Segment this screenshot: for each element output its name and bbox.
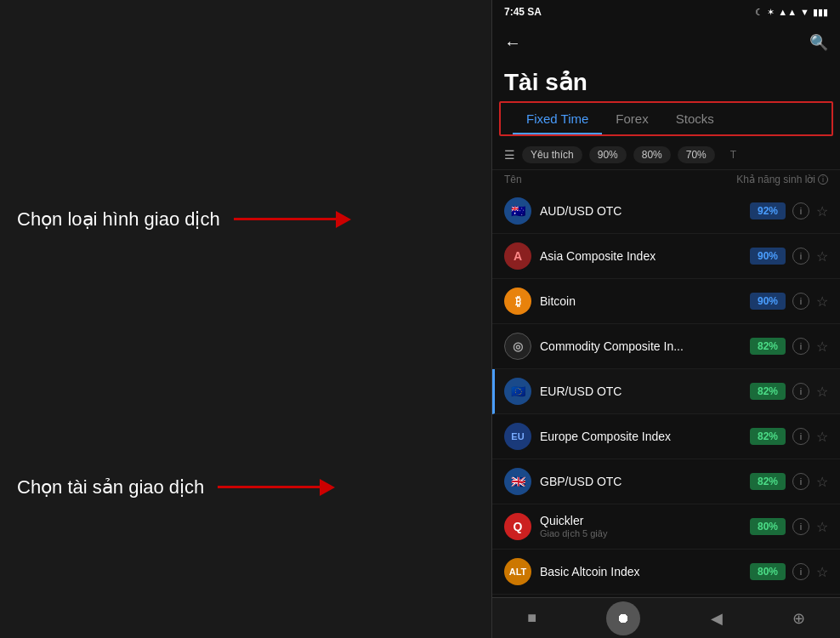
star-button-quickler[interactable]: ☆ <box>816 519 828 535</box>
asset-right-eur: 82% i ☆ <box>750 383 828 400</box>
info-button-quickler[interactable]: i <box>792 518 809 535</box>
signal-icon: ▲▲ <box>778 7 797 17</box>
column-headers: Tên Khả năng sinh lời i <box>492 170 840 189</box>
bottom-arrow-head <box>320 479 335 496</box>
asset-info-btc: Bitcoin <box>540 294 750 308</box>
filter-icon[interactable]: ☰ <box>504 148 515 162</box>
asset-icon-quickler: Q <box>504 513 531 540</box>
bottom-annotation: Chọn tài sản giao dịch <box>17 476 468 498</box>
asset-icon-altcoin: ALT <box>504 558 531 585</box>
asset-item-quickler[interactable]: Q Quickler Giao dịch 5 giây 80% i ☆ <box>492 504 840 550</box>
asset-icon-europe: EU <box>504 423 531 450</box>
profit-badge-eur: 82% <box>750 383 786 400</box>
info-button-asia[interactable]: i <box>792 248 809 265</box>
star-button-commodity[interactable]: ☆ <box>816 339 828 355</box>
star-button-europe[interactable]: ☆ <box>816 429 828 445</box>
asset-info-europe: Europe Composite Index <box>540 430 750 443</box>
asset-item-asia[interactable]: A Asia Composite Index 90% i ☆ <box>492 234 840 279</box>
nav-back-button[interactable]: ◀ <box>711 609 723 628</box>
tab-fixed-time[interactable]: Fixed Time <box>513 103 602 134</box>
asset-item-europe[interactable]: EU Europe Composite Index 82% i ☆ <box>492 414 840 459</box>
top-arrow-head <box>336 211 351 228</box>
asset-name-commodity: Commodity Composite In... <box>540 339 750 353</box>
asset-item-aud-usd[interactable]: 🇦🇺 AUD/USD OTC 92% i ☆ <box>492 189 840 234</box>
star-button-aud[interactable]: ☆ <box>816 203 828 219</box>
profit-badge-btc: 90% <box>750 293 786 310</box>
asset-icon-aud: 🇦🇺 <box>504 197 531 225</box>
top-annotation-text: Chọn loại hình giao dịch <box>17 208 220 231</box>
search-button[interactable]: 🔍 <box>809 33 828 52</box>
top-annotation: Chọn loại hình giao dịch <box>17 208 468 231</box>
asset-info-gbp: GBP/USD OTC <box>540 475 750 488</box>
asset-icon-commodity: ◎ <box>504 333 531 360</box>
filter-70[interactable]: 70% <box>678 146 715 163</box>
filter-favorites[interactable]: Yêu thích <box>522 146 582 163</box>
profit-badge-asia: 90% <box>750 248 786 265</box>
battery-icon: ▮▮▮ <box>813 7 828 18</box>
asset-name-gbp: GBP/USD OTC <box>540 475 750 488</box>
info-button-eur[interactable]: i <box>792 383 809 400</box>
asset-right-quickler: 80% i ☆ <box>750 518 828 535</box>
asset-info-aud: AUD/USD OTC <box>540 204 750 218</box>
app-header: ← 🔍 <box>492 24 840 61</box>
star-button-eur[interactable]: ☆ <box>816 384 828 400</box>
asset-item-commodity[interactable]: ◎ Commodity Composite In... 82% i ☆ <box>492 324 840 369</box>
asset-name-aud: AUD/USD OTC <box>540 204 750 218</box>
asset-right-commodity: 82% i ☆ <box>750 338 828 355</box>
profit-badge-europe: 82% <box>750 428 786 445</box>
asset-right-btc: 90% i ☆ <box>750 293 828 310</box>
asset-item-altcoin[interactable]: ALT Basic Altcoin Index 80% i ☆ <box>492 550 840 595</box>
asset-info-asia: Asia Composite Index <box>540 249 750 263</box>
asset-item-eur-usd[interactable]: 🇪🇺 EUR/USD OTC 82% i ☆ <box>492 369 840 414</box>
asset-name-btc: Bitcoin <box>540 294 750 308</box>
asset-info-commodity: Commodity Composite In... <box>540 339 750 353</box>
info-button-commodity[interactable]: i <box>792 338 809 355</box>
profit-badge-aud: 92% <box>750 202 786 219</box>
tab-stocks[interactable]: Stocks <box>662 103 728 134</box>
back-button[interactable]: ← <box>504 33 521 53</box>
asset-right-aud: 92% i ☆ <box>750 202 828 219</box>
asset-icon-btc: ₿ <box>504 288 531 315</box>
star-button-gbp[interactable]: ☆ <box>816 474 828 490</box>
profit-info-icon[interactable]: i <box>818 174 828 185</box>
col-profit-header: Khả năng sinh lời i <box>736 174 828 185</box>
asset-item-gold[interactable]: G Gold OTC 80% i ☆ <box>492 595 840 597</box>
filter-t[interactable]: T <box>722 146 745 163</box>
tabs-container: Fixed Time Forex Stocks <box>499 101 833 136</box>
info-button-aud[interactable]: i <box>792 202 809 219</box>
asset-item-gbp-usd[interactable]: 🇬🇧 GBP/USD OTC 82% i ☆ <box>492 459 840 504</box>
asset-name-eur: EUR/USD OTC <box>540 385 750 398</box>
asset-item-bitcoin[interactable]: ₿ Bitcoin 90% i ☆ <box>492 279 840 324</box>
tab-forex[interactable]: Forex <box>602 103 661 134</box>
info-button-europe[interactable]: i <box>792 428 809 445</box>
annotation-area: Chọn loại hình giao dịch Chọn tài sản gi… <box>0 0 485 638</box>
nav-square-button[interactable]: ■ <box>527 609 536 627</box>
filter-bar: ☰ Yêu thích 90% 80% 70% T <box>492 140 840 170</box>
tabs: Fixed Time Forex Stocks <box>513 103 820 134</box>
asset-right-europe: 82% i ☆ <box>750 428 828 445</box>
bottom-arrow <box>218 479 335 496</box>
info-button-gbp[interactable]: i <box>792 473 809 490</box>
nav-home-button[interactable]: ⏺ <box>606 601 640 635</box>
phone-mockup: 7:45 SA ☾ ✶ ▲▲ ▼ ▮▮▮ ← 🔍 Tài sản Fixed T… <box>491 0 840 638</box>
info-button-btc[interactable]: i <box>792 293 809 310</box>
asset-icon-asia: A <box>504 242 531 270</box>
info-button-altcoin[interactable]: i <box>792 563 809 580</box>
wifi-icon: ▼ <box>800 7 809 17</box>
moon-icon: ☾ <box>755 7 763 18</box>
asset-info-altcoin: Basic Altcoin Index <box>540 565 750 578</box>
col-name-header: Tên <box>504 174 522 185</box>
filter-80[interactable]: 80% <box>633 146 671 163</box>
star-button-btc[interactable]: ☆ <box>816 293 828 310</box>
star-button-altcoin[interactable]: ☆ <box>816 564 828 580</box>
star-button-asia[interactable]: ☆ <box>816 248 828 265</box>
asset-name-altcoin: Basic Altcoin Index <box>540 565 750 578</box>
asset-name-europe: Europe Composite Index <box>540 430 750 443</box>
profit-badge-commodity: 82% <box>750 338 786 355</box>
status-time: 7:45 SA <box>504 6 542 18</box>
page-title: Tài sản <box>492 61 840 101</box>
filter-90[interactable]: 90% <box>589 146 627 163</box>
bottom-nav: ■ ⏺ ◀ ⊕ <box>492 597 840 638</box>
nav-menu-button[interactable]: ⊕ <box>792 609 805 628</box>
top-arrow-line <box>234 218 336 220</box>
